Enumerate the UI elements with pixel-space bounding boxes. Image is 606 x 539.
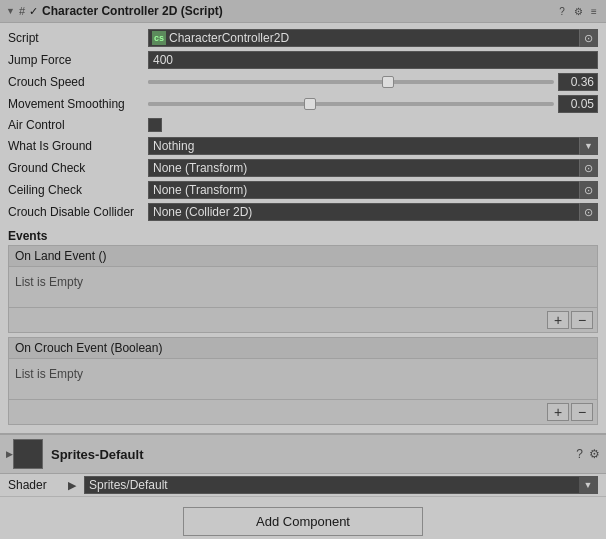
shader-label: Shader <box>8 478 68 492</box>
on-crouch-remove-button[interactable]: − <box>571 403 593 421</box>
on-land-event-footer: + − <box>9 307 597 332</box>
script-pick-icon[interactable]: ⊙ <box>579 29 597 47</box>
script-field-row: Script cs CharacterController2D ⊙ <box>0 27 606 49</box>
on-land-remove-button[interactable]: − <box>571 311 593 329</box>
shader-value: ▶ Sprites/Default ▼ <box>68 476 598 494</box>
air-control-value <box>148 118 598 132</box>
help-icon[interactable]: ? <box>556 5 568 17</box>
ceiling-check-text: None (Transform) <box>149 182 579 198</box>
on-crouch-empty-label: List is Empty <box>15 367 83 381</box>
jump-force-input[interactable] <box>148 51 598 69</box>
shader-row: Shader ▶ Sprites/Default ▼ <box>0 474 606 496</box>
on-land-event-label: On Land Event () <box>15 249 106 263</box>
crouch-speed-thumb[interactable] <box>382 76 394 88</box>
on-land-event-body: List is Empty <box>9 267 597 307</box>
movement-smoothing-thumb[interactable] <box>304 98 316 110</box>
on-crouch-event-group: On Crouch Event (Boolean) List is Empty … <box>8 337 598 425</box>
on-crouch-event-body: List is Empty <box>9 359 597 399</box>
movement-smoothing-track[interactable] <box>148 102 554 106</box>
hash-icon: # <box>19 5 25 17</box>
on-land-event-header: On Land Event () <box>9 246 597 267</box>
crouch-speed-value <box>148 73 598 91</box>
on-land-event-group: On Land Event () List is Empty + − <box>8 245 598 333</box>
dropdown-arrow-icon: ▼ <box>579 137 597 155</box>
ground-check-text: None (Transform) <box>149 160 579 176</box>
material-section: ▶ Sprites-Default ? ⚙ Shader ▶ Sprites/D… <box>0 433 606 496</box>
material-collapse-arrow[interactable]: ▶ <box>6 449 13 459</box>
movement-smoothing-input[interactable] <box>558 95 598 113</box>
material-settings-icon[interactable]: ⚙ <box>589 447 600 461</box>
movement-smoothing-fill <box>148 102 310 106</box>
on-crouch-event-label: On Crouch Event (Boolean) <box>15 341 162 355</box>
add-component-button[interactable]: Add Component <box>183 507 423 536</box>
material-help-icon[interactable]: ? <box>576 447 583 461</box>
material-name: Sprites-Default <box>51 447 576 462</box>
ceiling-check-label: Ceiling Check <box>8 183 148 197</box>
component-title: Character Controller 2D (Script) <box>42 4 552 18</box>
shader-dropdown-arrow: ▼ <box>579 476 597 494</box>
script-field[interactable]: cs CharacterController2D ⊙ <box>148 29 598 47</box>
ceiling-check-pick-icon[interactable]: ⊙ <box>579 181 597 199</box>
ground-check-pick-icon[interactable]: ⊙ <box>579 159 597 177</box>
what-is-ground-value: Nothing ▼ <box>148 137 598 155</box>
movement-smoothing-label: Movement Smoothing <box>8 97 148 111</box>
ground-check-value: None (Transform) ⊙ <box>148 159 598 177</box>
ceiling-check-value: None (Transform) ⊙ <box>148 181 598 199</box>
jump-force-label: Jump Force <box>8 53 148 67</box>
crouch-speed-track[interactable] <box>148 80 554 84</box>
add-component-section: Add Component <box>0 496 606 539</box>
script-name: CharacterController2D <box>169 31 579 45</box>
crouch-disable-value: None (Collider 2D) ⊙ <box>148 203 598 221</box>
ceiling-check-field[interactable]: None (Transform) ⊙ <box>148 181 598 199</box>
crouch-speed-fill <box>148 80 388 84</box>
crouch-speed-label: Crouch Speed <box>8 75 148 89</box>
script-value: cs CharacterController2D ⊙ <box>148 29 598 47</box>
crouch-disable-pick-icon[interactable]: ⊙ <box>579 203 597 221</box>
collapse-arrow[interactable]: ▼ <box>6 6 15 16</box>
crouch-speed-row: Crouch Speed <box>0 71 606 93</box>
shader-expand-icon[interactable]: ▶ <box>68 479 80 492</box>
component-body: Script cs CharacterController2D ⊙ Jump F… <box>0 23 606 433</box>
script-label: Script <box>8 31 148 45</box>
on-crouch-add-button[interactable]: + <box>547 403 569 421</box>
movement-smoothing-row: Movement Smoothing <box>0 93 606 115</box>
what-is-ground-text: Nothing <box>149 138 579 154</box>
menu-icon[interactable]: ≡ <box>588 5 600 17</box>
crouch-speed-input[interactable] <box>558 73 598 91</box>
crouch-disable-row: Crouch Disable Collider None (Collider 2… <box>0 201 606 223</box>
material-icons: ? ⚙ <box>576 447 600 461</box>
jump-force-value <box>148 51 598 69</box>
movement-smoothing-value <box>148 95 598 113</box>
air-control-row: Air Control <box>0 115 606 135</box>
ceiling-check-row: Ceiling Check None (Transform) ⊙ <box>0 179 606 201</box>
script-cs-icon: cs <box>152 31 166 45</box>
component-header: ▼ # ✓ Character Controller 2D (Script) ?… <box>0 0 606 23</box>
jump-force-row: Jump Force <box>0 49 606 71</box>
material-header: ▶ Sprites-Default ? ⚙ <box>0 435 606 474</box>
settings-icon[interactable]: ⚙ <box>572 5 584 17</box>
events-section: Events On Land Event () List is Empty + … <box>8 227 598 425</box>
ground-check-label: Ground Check <box>8 161 148 175</box>
on-land-add-button[interactable]: + <box>547 311 569 329</box>
ground-check-field[interactable]: None (Transform) ⊙ <box>148 159 598 177</box>
what-is-ground-row: What Is Ground Nothing ▼ <box>0 135 606 157</box>
air-control-checkbox[interactable] <box>148 118 162 132</box>
shader-dropdown[interactable]: Sprites/Default ▼ <box>84 476 598 494</box>
on-crouch-event-header: On Crouch Event (Boolean) <box>9 338 597 359</box>
what-is-ground-dropdown[interactable]: Nothing ▼ <box>148 137 598 155</box>
on-crouch-event-footer: + − <box>9 399 597 424</box>
crouch-disable-label: Crouch Disable Collider <box>8 205 148 219</box>
on-land-empty-label: List is Empty <box>15 275 83 289</box>
material-preview-icon <box>13 439 43 469</box>
air-control-label: Air Control <box>8 118 148 132</box>
shader-dropdown-text: Sprites/Default <box>85 477 579 493</box>
enabled-checkbox[interactable]: ✓ <box>29 5 38 18</box>
ground-check-row: Ground Check None (Transform) ⊙ <box>0 157 606 179</box>
what-is-ground-label: What Is Ground <box>8 139 148 153</box>
events-label: Events <box>8 227 598 245</box>
crouch-disable-text: None (Collider 2D) <box>149 204 579 220</box>
crouch-disable-field[interactable]: None (Collider 2D) ⊙ <box>148 203 598 221</box>
